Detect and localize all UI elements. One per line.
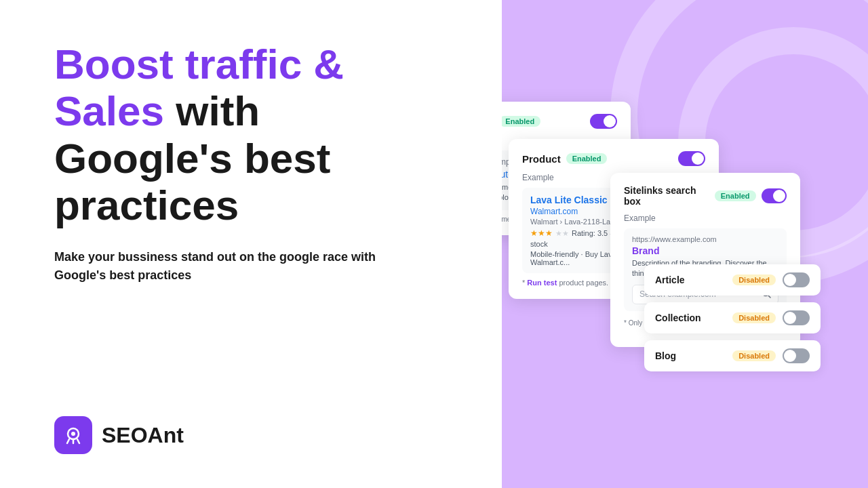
article-toggle-thumb — [784, 274, 796, 286]
svg-line-3 — [77, 439, 79, 443]
title-line3: Google's best — [54, 135, 330, 182]
breadcrumb-status-badge: Enabled — [502, 116, 540, 127]
blog-name: Blog — [655, 350, 676, 361]
collection-right: Disabled — [732, 310, 810, 325]
blog-status-badge: Disabled — [732, 350, 776, 361]
bottom-feature-cards: Article Disabled Collection Disabled Blo… — [644, 264, 821, 371]
sl-url: https://www.example.com — [632, 235, 778, 243]
collection-toggle-thumb — [784, 312, 796, 324]
hero-text: Boost traffic & Sales with Google's best… — [54, 41, 461, 416]
sitelinks-title: Sitelinks search box — [624, 185, 709, 207]
breadcrumb-toggle-thumb — [604, 115, 616, 127]
sitelinks-toggle-thumb — [773, 190, 785, 202]
product-card-header: Product Enabled — [522, 151, 705, 166]
breadcrumb-toggle[interactable] — [590, 114, 617, 129]
title-line4: practices — [54, 182, 239, 228]
right-panel: Breadcrumb Enabled Example https://www.e… — [502, 0, 868, 488]
blog-toggle[interactable] — [783, 348, 810, 363]
article-toggle[interactable] — [783, 272, 810, 287]
seoant-logo-svg — [62, 424, 84, 446]
hero-title: Boost traffic & Sales with Google's best… — [54, 41, 461, 229]
svg-point-1 — [71, 432, 75, 436]
collection-feature-card: Collection Disabled — [644, 302, 821, 333]
sitelinks-toggle[interactable] — [762, 188, 787, 203]
title-with: with — [164, 87, 260, 134]
logo-text: SEOAnt — [102, 423, 184, 448]
title-line1: Boost traffic & — [54, 41, 344, 87]
collection-status-badge: Disabled — [732, 312, 776, 323]
stars-filled: ★★★ — [530, 228, 553, 238]
logo-area: SEOAnt — [54, 416, 461, 454]
product-status-badge: Enabled — [566, 153, 608, 164]
svg-line-2 — [67, 439, 69, 443]
breadcrumb-card-header: Breadcrumb Enabled — [502, 114, 617, 129]
article-right: Disabled — [732, 272, 810, 287]
sitelinks-header: Sitelinks search box Enabled — [624, 185, 787, 207]
title-sales: Sales — [54, 87, 164, 134]
run-test-link[interactable]: Run test — [527, 279, 557, 287]
article-status-badge: Disabled — [732, 274, 776, 285]
hero-subtitle: Make your bussiness stand out on the goo… — [54, 248, 380, 285]
sl-brand: Brand — [632, 245, 778, 256]
blog-right: Disabled — [732, 348, 810, 363]
product-toggle-thumb — [692, 152, 704, 165]
article-feature-card: Article Disabled — [644, 264, 821, 296]
logo-icon — [54, 416, 92, 454]
left-panel: Boost traffic & Sales with Google's best… — [0, 0, 502, 488]
collection-name: Collection — [655, 312, 701, 323]
blog-toggle-thumb — [784, 350, 796, 362]
product-toggle[interactable] — [678, 151, 705, 166]
blog-feature-card: Blog Disabled — [644, 340, 821, 371]
stars-empty: ★★ — [555, 229, 569, 238]
sitelinks-status-badge: Enabled — [715, 190, 756, 201]
collection-toggle[interactable] — [783, 310, 810, 325]
article-name: Article — [655, 274, 685, 285]
product-title: Product — [522, 153, 561, 165]
sitelinks-example-label: Example — [624, 214, 787, 223]
